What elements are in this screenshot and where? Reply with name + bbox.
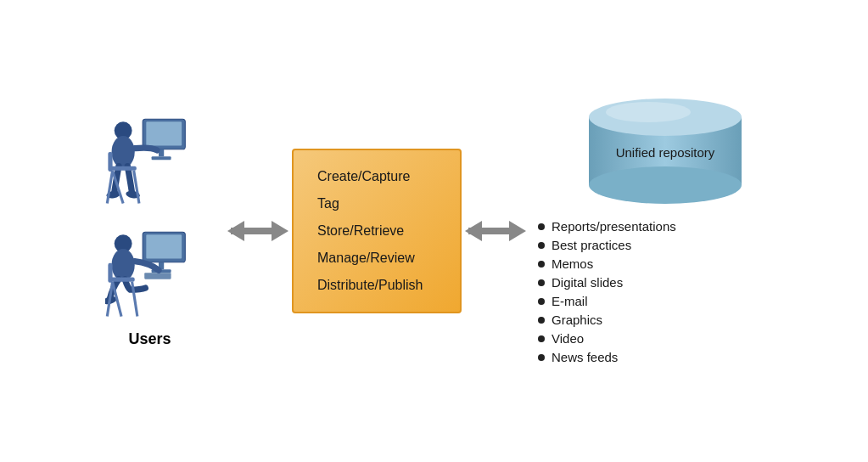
svg-point-19 xyxy=(112,249,135,281)
repository-list: Reports/presentations Best practices Mem… xyxy=(538,219,676,369)
process-item-2: Store/Retrieve xyxy=(317,223,436,239)
svg-line-11 xyxy=(134,170,139,203)
users-label: Users xyxy=(76,330,224,348)
svg-point-33 xyxy=(589,166,742,204)
user-figures xyxy=(105,115,194,325)
arrow-left-container xyxy=(224,214,292,248)
process-item-1: Tag xyxy=(317,196,436,211)
list-item-2: Memos xyxy=(538,256,676,271)
svg-marker-30 xyxy=(465,221,482,241)
svg-rect-3 xyxy=(152,156,171,160)
svg-point-35 xyxy=(606,102,691,122)
bullet-1 xyxy=(538,242,545,249)
svg-rect-22 xyxy=(108,262,112,282)
svg-rect-31 xyxy=(480,228,511,234)
list-item-3: Digital slides xyxy=(538,275,676,290)
user-figure-1 xyxy=(105,115,194,212)
process-item-0: Create/Capture xyxy=(317,169,436,184)
list-item-5: Graphics xyxy=(538,313,676,327)
svg-text:Unified repository: Unified repository xyxy=(616,145,715,160)
svg-rect-14 xyxy=(146,234,182,258)
bullet-7 xyxy=(538,354,545,361)
bullet-2 xyxy=(538,261,545,268)
list-item-4: E-mail xyxy=(538,294,676,308)
bullet-5 xyxy=(538,317,545,324)
bullet-3 xyxy=(538,279,545,286)
double-arrow-left xyxy=(227,214,288,248)
process-item-4: Distribute/Publish xyxy=(317,278,436,293)
user-figure-2 xyxy=(105,228,194,325)
bullet-6 xyxy=(538,335,545,342)
diagram-container: Users Create/Capture Tag Store/Retrieve … xyxy=(0,0,868,462)
svg-rect-17 xyxy=(144,273,171,279)
double-arrow-right xyxy=(465,214,526,248)
list-item-1: Best practices xyxy=(538,238,676,252)
svg-rect-9 xyxy=(108,151,112,171)
svg-rect-21 xyxy=(109,277,134,281)
svg-point-5 xyxy=(112,136,135,168)
cylinder-wrapper: Unified repository xyxy=(538,93,792,204)
repository-section: Unified repository Reports/presentations… xyxy=(538,93,792,369)
list-item-7: News feeds xyxy=(538,350,676,364)
process-item-3: Manage/Review xyxy=(317,251,436,266)
bullet-0 xyxy=(538,223,545,230)
svg-line-10 xyxy=(107,170,112,203)
process-box: Create/Capture Tag Store/Retrieve Manage… xyxy=(292,149,462,313)
svg-rect-1 xyxy=(146,121,182,145)
svg-rect-8 xyxy=(109,166,136,170)
svg-marker-27 xyxy=(227,221,244,241)
cylinder-svg: Unified repository xyxy=(580,93,750,204)
list-item-6: Video xyxy=(538,331,676,346)
arrow-right-container xyxy=(462,214,529,248)
users-section: Users xyxy=(76,115,224,348)
list-item-0: Reports/presentations xyxy=(538,219,676,234)
svg-rect-28 xyxy=(243,228,273,234)
bullet-4 xyxy=(538,298,545,305)
